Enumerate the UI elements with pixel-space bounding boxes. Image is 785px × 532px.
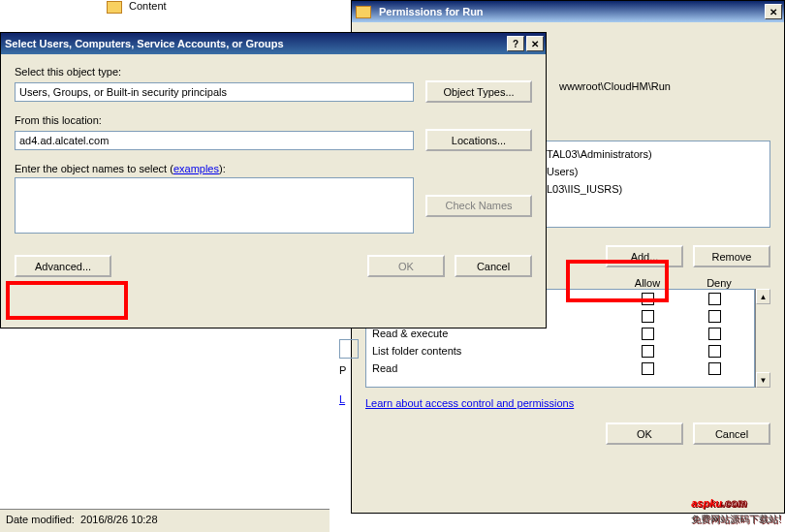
allow-checkbox[interactable] <box>642 362 654 375</box>
folder-icon <box>356 6 371 18</box>
deny-checkbox[interactable] <box>708 362 721 375</box>
cancel-button[interactable]: Cancel <box>693 422 770 445</box>
help-icon[interactable]: ? <box>507 36 524 51</box>
date-modified-value: 2016/8/26 10:28 <box>80 514 158 525</box>
date-modified-label: Date modified: <box>6 514 75 525</box>
perm-label: Read & execute <box>372 328 614 339</box>
allow-checkbox[interactable] <box>642 345 654 358</box>
object-path: wwwroot\CloudHM\Run <box>559 80 770 92</box>
learn-link[interactable]: Learn about access control and permissio… <box>365 397 574 409</box>
select-users-dialog: Select Users, Computers, Service Account… <box>0 32 547 329</box>
perm-scrollbar[interactable]: ▲ ▼ <box>755 289 770 388</box>
watermark-sub: 免费网站源码下载站! <box>691 513 781 526</box>
ok-button[interactable]: OK <box>367 255 445 277</box>
advanced-button[interactable]: Advanced... <box>15 255 111 277</box>
tree-item-label: Content <box>129 0 167 12</box>
frag-l-link[interactable]: L <box>339 393 345 405</box>
ok-button[interactable]: OK <box>606 422 683 445</box>
close-icon[interactable]: ✕ <box>765 4 782 19</box>
perm-label: Read <box>372 362 614 374</box>
permissions-titlebar: Permissions for Run ✕ <box>352 1 784 22</box>
deny-header: Deny <box>683 277 755 289</box>
location-label: From this location: <box>15 114 532 126</box>
folder-icon <box>107 1 122 14</box>
watermark: aspku.com 免费网站源码下载站! <box>691 485 781 526</box>
remove-button[interactable]: Remove <box>693 245 770 267</box>
select-title: Select Users, Computers, Service Account… <box>5 38 284 49</box>
names-label: Enter the object names to select <box>15 163 167 174</box>
hidden-dialog-fragment: P L <box>339 339 368 405</box>
group-item[interactable]: TAL03\Administrators) <box>547 145 764 163</box>
check-names-button[interactable]: Check Names <box>425 195 532 217</box>
close-icon[interactable]: ✕ <box>526 36 544 51</box>
permissions-title: Permissions for Run <box>379 6 484 17</box>
group-item[interactable]: L03\IIS_IUSRS) <box>547 180 764 198</box>
deny-checkbox[interactable] <box>708 345 721 358</box>
object-type-field[interactable] <box>15 82 414 102</box>
scroll-down-icon[interactable]: ▼ <box>756 372 770 388</box>
deny-checkbox[interactable] <box>708 293 721 305</box>
deny-checkbox[interactable] <box>708 328 721 340</box>
perm-row: List folder contents <box>366 342 754 360</box>
object-types-button[interactable]: Object Types... <box>425 80 532 103</box>
allow-checkbox[interactable] <box>642 328 654 340</box>
locations-button[interactable]: Locations... <box>425 129 532 151</box>
object-type-label: Select this object type: <box>15 66 532 78</box>
folder-tree-fragment: Content <box>107 0 320 14</box>
perm-row: Read <box>366 360 754 377</box>
allow-checkbox[interactable] <box>642 310 654 323</box>
allow-checkbox[interactable] <box>642 293 654 305</box>
status-bar: Date modified: 2016/8/26 10:28 <box>0 509 330 532</box>
location-field[interactable] <box>15 131 414 150</box>
examples-link[interactable]: examples <box>173 163 219 174</box>
watermark-tld: .com <box>722 497 747 509</box>
perm-label: List folder contents <box>372 345 614 357</box>
group-item[interactable]: Users) <box>547 163 764 180</box>
cancel-button[interactable]: Cancel <box>455 255 532 277</box>
frag-p: P <box>339 364 368 376</box>
add-button[interactable]: Add... <box>606 245 683 267</box>
object-names-input[interactable] <box>15 177 414 234</box>
allow-header: Allow <box>612 277 683 289</box>
deny-checkbox[interactable] <box>708 310 721 323</box>
watermark-brand: aspku <box>691 497 722 509</box>
scroll-up-icon[interactable]: ▲ <box>756 289 770 304</box>
select-titlebar: Select Users, Computers, Service Account… <box>1 33 546 54</box>
